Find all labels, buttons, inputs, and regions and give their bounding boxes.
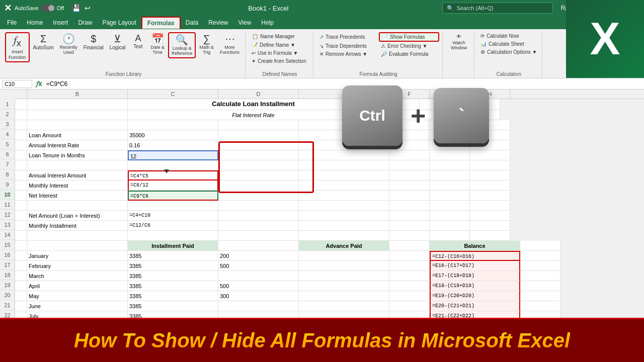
tab-draw[interactable]: Draw xyxy=(73,17,97,28)
show-formulas-button[interactable]: 📄 Show Formulas xyxy=(379,32,439,42)
cell-b6[interactable]: Loan Tenure in Months xyxy=(27,150,128,160)
more-functions-button[interactable]: ⋯ MoreFunctions xyxy=(217,32,242,56)
cell-b1[interactable] xyxy=(27,99,128,110)
error-checking-icon: ⚠ xyxy=(381,43,385,49)
search-bar[interactable]: 🔍 Search (Alt+Q) xyxy=(442,3,553,14)
calc-options-icon: ⚙ xyxy=(480,49,485,55)
watch-window-icon: 👁 xyxy=(456,34,461,39)
calculate-sheet-button[interactable]: 📊 Calculate Sheet xyxy=(478,40,539,48)
use-in-formula-icon: ↩ xyxy=(252,50,256,56)
name-manager-button[interactable]: 📋 Name Manager xyxy=(250,32,297,41)
cell-b9[interactable]: Monthly Interest xyxy=(27,180,128,191)
math-trig-icon: ∑ xyxy=(203,34,210,44)
app-logo: ✕ xyxy=(4,3,12,14)
autosum-button[interactable]: Σ AutoSum xyxy=(31,32,56,52)
tab-page-layout[interactable]: Page Layout xyxy=(97,17,141,28)
cell-c2[interactable]: Flat Interest Rate xyxy=(128,110,379,120)
remove-arrows-button[interactable]: ✕ Remove Arrows ▼ xyxy=(317,50,378,58)
save-icon[interactable]: 💾 xyxy=(72,4,80,12)
tab-home[interactable]: Home xyxy=(22,17,48,28)
table-row: April 3385 500 =E18-(C19+D19) xyxy=(15,281,560,291)
calculate-now-button[interactable]: ⟳ Calculate Now xyxy=(478,32,539,40)
lookup-ref-button[interactable]: 🔍 Lookup &Reference xyxy=(168,32,196,58)
autosave-state: Off xyxy=(57,5,64,11)
plus-symbol: + xyxy=(411,101,426,131)
table-row: January 3385 200 =C12-(C16+D16) xyxy=(15,251,560,261)
tab-view[interactable]: View xyxy=(233,17,257,28)
calc-options-button[interactable]: ⚙ Calculation Options ▼ xyxy=(478,48,539,56)
cell-a1[interactable] xyxy=(15,99,27,110)
function-library-group: 𝑓x InsertFunction Σ AutoSum 🕐 RecentlyUs… xyxy=(2,31,246,78)
cell-a2[interactable] xyxy=(15,110,27,120)
calc-sheet-icon: 📊 xyxy=(480,41,487,47)
recently-used-button[interactable]: 🕐 RecentlyUsed xyxy=(57,32,80,56)
cell-b13[interactable]: Monthly Installment xyxy=(27,221,128,231)
advance-paid-header[interactable]: Advance Paid xyxy=(299,241,389,251)
tab-data[interactable]: Data xyxy=(181,17,203,28)
autosave-toggle[interactable] xyxy=(41,5,55,12)
cell-c6[interactable]: 12 xyxy=(128,150,218,160)
balance-header[interactable]: Balance xyxy=(430,241,520,251)
date-time-icon: 📅 xyxy=(151,34,164,44)
table-row: June 3385 =E20-(C21+D21) xyxy=(15,301,560,311)
define-name-icon: 📝 xyxy=(252,42,258,48)
table-row: May 3385 300 =E19-(C20+D20) xyxy=(15,291,560,301)
math-trig-button[interactable]: ∑ Math &Trig xyxy=(197,32,216,56)
trace-precedents-icon: ↗ xyxy=(319,34,324,40)
title-bar: ✕ AutoSave Off 💾 ↩ Book1 - Excel 🔍 Searc… xyxy=(0,0,644,16)
cell-b4[interactable]: Loan Amount xyxy=(27,130,128,140)
calculation-label: Calculation xyxy=(496,71,521,78)
ctrl-key-label: Ctrl xyxy=(359,107,385,124)
cell-b5[interactable]: Annual Interest Rate xyxy=(27,140,128,150)
evaluate-formula-icon: 🔎 xyxy=(381,51,387,57)
ribbon-tabs: File Home Insert Draw Page Layout Formul… xyxy=(0,16,644,29)
tab-file[interactable]: File xyxy=(2,17,22,28)
tab-insert[interactable]: Insert xyxy=(48,17,73,28)
create-from-selection-button[interactable]: ✦ Create from Selection xyxy=(250,57,310,65)
formula-bar: 𝑓x xyxy=(0,78,644,89)
col-c-header: C xyxy=(128,89,218,99)
undo-icon[interactable]: ↩ xyxy=(85,4,91,12)
more-functions-icon: ⋯ xyxy=(225,34,235,44)
logical-button[interactable]: ⊻ Logical xyxy=(107,32,128,52)
cell-c12[interactable]: =C4+C10 xyxy=(128,211,218,221)
cell-b2[interactable] xyxy=(27,110,128,120)
evaluate-formula-button[interactable]: 🔎 Evaluate Formula xyxy=(379,50,439,58)
trace-precedents-button[interactable]: ↗ Trace Precedents xyxy=(317,32,378,42)
search-icon: 🔍 xyxy=(447,5,454,12)
watch-window-button[interactable]: 👁 WatchWindow xyxy=(447,32,471,52)
cell-c4[interactable]: 35000 xyxy=(128,130,218,140)
watch-window-group: 👁 WatchWindow xyxy=(444,31,474,78)
cell-c8[interactable]: =C4*C5 xyxy=(128,170,218,180)
insert-function-button[interactable]: 𝑓x InsertFunction xyxy=(5,32,30,62)
use-in-formula-button[interactable]: ↩ Use in Formula ▼ xyxy=(250,49,310,57)
text-button[interactable]: A Text xyxy=(129,32,147,51)
date-time-button[interactable]: 📅 Date &Time xyxy=(148,32,167,56)
cell-c10[interactable]: =C9*C6 xyxy=(128,191,218,201)
lookup-ref-icon: 🔍 xyxy=(176,35,188,45)
cell-b12[interactable]: Net Amount (Loan + Interest) xyxy=(27,211,128,221)
calc-now-icon: ⟳ xyxy=(480,33,485,39)
cell-b8[interactable]: Annual Interest Amount xyxy=(27,170,128,180)
cell-b10[interactable]: Net Interest xyxy=(27,191,128,201)
financial-button[interactable]: $ Financial xyxy=(81,32,106,52)
cell-c5[interactable]: 0.16 xyxy=(128,140,218,150)
tab-formulas[interactable]: Formulas xyxy=(141,17,181,29)
define-name-button[interactable]: 📝 Define Name ▼ xyxy=(250,41,310,49)
trace-dependents-button[interactable]: ↘ Trace Dependents xyxy=(317,42,378,50)
formula-auditing-label: Formula Auditing xyxy=(359,71,397,78)
tab-review[interactable]: Review xyxy=(203,17,233,28)
cell-c13[interactable]: =C12/C6 xyxy=(128,221,218,231)
cell-c1[interactable]: Calculate Loan Installment xyxy=(128,99,379,110)
function-library-label: Function Library xyxy=(106,71,142,78)
ribbon: 𝑓x InsertFunction Σ AutoSum 🕐 RecentlyUs… xyxy=(0,29,644,78)
filename: Book1 - Excel xyxy=(95,5,442,12)
defined-names-group: 📋 Name Manager 📝 Define Name ▼ ↩ Use in … xyxy=(247,31,313,78)
cell-c9[interactable]: =C8/12 xyxy=(128,180,218,191)
tab-help[interactable]: Help xyxy=(256,17,279,28)
installment-paid-header[interactable]: Installment Paid xyxy=(128,241,218,251)
name-box[interactable] xyxy=(2,80,32,88)
formula-bar-fx: 𝑓x xyxy=(36,79,42,88)
formula-auditing-group: ↗ Trace Precedents 📄 Show Formulas ↘ Tra… xyxy=(314,31,443,78)
error-checking-button[interactable]: ⚠ Error Checking ▼ xyxy=(379,42,439,50)
